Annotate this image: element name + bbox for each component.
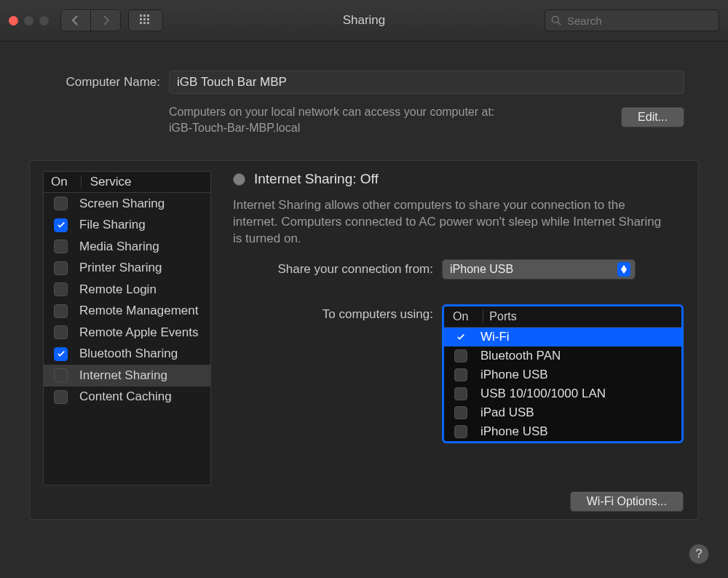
- window-controls: [9, 16, 49, 25]
- port-row[interactable]: iPhone USB: [444, 365, 681, 384]
- svg-rect-5: [147, 18, 149, 20]
- service-checkbox[interactable]: [54, 239, 68, 253]
- share-from-row: Share your connection from: iPhone USB: [233, 259, 684, 280]
- sharing-window: Sharing Computer Name: Computers on your…: [0, 0, 728, 578]
- close-window-button[interactable]: [9, 16, 18, 25]
- port-checkbox[interactable]: [454, 330, 467, 344]
- port-checkbox[interactable]: [454, 349, 467, 363]
- service-checkbox[interactable]: [54, 282, 68, 296]
- service-row[interactable]: Bluetooth Sharing: [44, 344, 210, 365]
- port-checkbox[interactable]: [454, 425, 467, 438]
- help-button[interactable]: ?: [689, 544, 709, 564]
- service-row[interactable]: Printer Sharing: [44, 258, 210, 280]
- port-label: iPhone USB: [480, 368, 548, 382]
- grid-icon: [140, 15, 151, 26]
- zoom-window-button[interactable]: [39, 16, 49, 25]
- status-indicator-off-icon: [233, 173, 245, 186]
- detail-description: Internet Sharing allows other computers …: [233, 197, 670, 248]
- service-label: Content Caching: [79, 389, 172, 404]
- ports-col-ports: Ports: [489, 310, 516, 323]
- detail-title-row: Internet Sharing: Off: [233, 171, 684, 187]
- service-label: Screen Sharing: [79, 197, 165, 211]
- svg-rect-7: [143, 22, 146, 24]
- ports-header: On Ports: [444, 306, 681, 328]
- service-label: Remote Management: [79, 304, 198, 318]
- computer-name-subtext-2: iGB-Touch-Bar-MBP.local: [169, 122, 300, 134]
- services-header: On Service: [44, 172, 210, 193]
- detail-title: Internet Sharing: Off: [254, 171, 379, 187]
- port-label: iPad USB: [480, 405, 534, 420]
- svg-rect-0: [140, 15, 142, 17]
- svg-rect-8: [147, 22, 149, 24]
- help-icon: ?: [696, 547, 703, 561]
- computer-name-row: Computer Name:: [0, 41, 728, 94]
- service-label: Printer Sharing: [79, 261, 162, 275]
- svg-rect-2: [147, 15, 149, 17]
- nav-buttons: [60, 9, 121, 31]
- ports-table[interactable]: On Ports Wi-FiBluetooth PANiPhone USBUSB…: [442, 304, 684, 443]
- svg-rect-1: [143, 15, 146, 17]
- port-label: iPhone USB: [480, 424, 548, 439]
- select-stepper-icon: [617, 262, 630, 277]
- show-all-button[interactable]: [128, 9, 163, 31]
- service-label: Bluetooth Sharing: [79, 347, 178, 361]
- service-checkbox[interactable]: [54, 347, 68, 361]
- toolbar: Sharing: [0, 0, 728, 41]
- service-row[interactable]: File Sharing: [44, 215, 210, 237]
- services-col-service: Service: [90, 175, 132, 189]
- computer-name-field[interactable]: [169, 71, 684, 94]
- service-row[interactable]: Internet Sharing: [44, 365, 210, 387]
- svg-line-10: [558, 22, 561, 25]
- body: Computer Name: Computers on your local n…: [0, 41, 728, 578]
- port-label: USB 10/100/1000 LAN: [480, 387, 606, 401]
- service-row[interactable]: Content Caching: [44, 387, 210, 408]
- service-checkbox[interactable]: [54, 368, 68, 382]
- edit-button[interactable]: Edit...: [621, 107, 684, 127]
- main-panel: On Service Screen SharingFile SharingMed…: [29, 160, 699, 520]
- computer-name-subtext: Computers on your local network can acce…: [169, 104, 494, 135]
- service-row[interactable]: Remote Login: [44, 279, 210, 301]
- service-checkbox[interactable]: [54, 261, 68, 275]
- service-checkbox[interactable]: [54, 304, 68, 318]
- ports-wrap: To computers using: On Ports Wi-FiBlueto…: [233, 304, 684, 443]
- services-table[interactable]: On Service Screen SharingFile SharingMed…: [43, 171, 211, 486]
- service-checkbox[interactable]: [54, 197, 68, 210]
- port-checkbox[interactable]: [454, 387, 467, 400]
- services-col-on: On: [51, 175, 68, 189]
- service-row[interactable]: Remote Apple Events: [44, 322, 210, 344]
- port-row[interactable]: iPhone USB: [444, 422, 681, 441]
- column-divider: [483, 310, 483, 323]
- port-row[interactable]: USB 10/100/1000 LAN: [444, 384, 681, 403]
- svg-rect-4: [143, 18, 146, 20]
- forward-button[interactable]: [91, 10, 120, 31]
- port-row[interactable]: Bluetooth PAN: [444, 347, 681, 365]
- port-label: Bluetooth PAN: [480, 349, 561, 363]
- back-button[interactable]: [61, 10, 91, 31]
- computer-name-label: Computer Name:: [44, 75, 160, 90]
- ports-col-on: On: [453, 310, 468, 323]
- service-checkbox[interactable]: [54, 325, 68, 339]
- search-field-wrap[interactable]: [545, 9, 719, 31]
- service-label: Media Sharing: [79, 239, 159, 254]
- service-checkbox[interactable]: [54, 218, 68, 232]
- chevron-right-icon: [100, 15, 111, 25]
- port-checkbox[interactable]: [454, 406, 467, 419]
- port-row[interactable]: Wi-Fi: [444, 328, 681, 347]
- service-label: File Sharing: [79, 218, 146, 232]
- wifi-options-button[interactable]: Wi-Fi Options...: [570, 491, 684, 512]
- service-row[interactable]: Screen Sharing: [44, 193, 210, 215]
- service-row[interactable]: Media Sharing: [44, 236, 210, 258]
- port-row[interactable]: iPad USB: [444, 403, 681, 422]
- share-from-select[interactable]: iPhone USB: [442, 259, 636, 280]
- service-row[interactable]: Remote Management: [44, 301, 210, 322]
- service-label: Internet Sharing: [79, 368, 167, 383]
- detail-pane: Internet Sharing: Off Internet Sharing a…: [233, 171, 684, 486]
- svg-rect-3: [140, 18, 142, 20]
- service-label: Remote Login: [79, 282, 157, 297]
- port-checkbox[interactable]: [454, 368, 467, 381]
- search-input[interactable]: [566, 14, 713, 28]
- minimize-window-button[interactable]: [24, 16, 33, 25]
- svg-rect-6: [140, 22, 142, 24]
- service-checkbox[interactable]: [54, 390, 68, 404]
- share-from-label: Share your connection from:: [233, 262, 442, 277]
